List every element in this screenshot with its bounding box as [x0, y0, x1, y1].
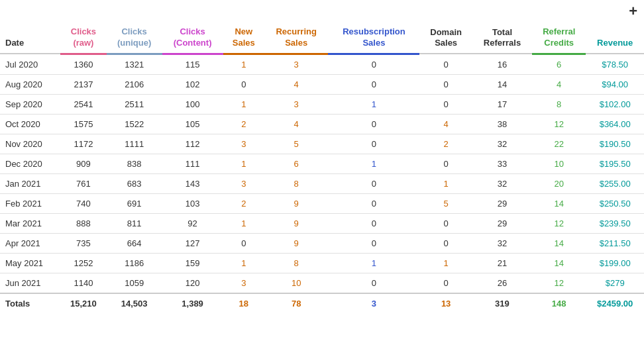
cell-revenue: $239.50 [586, 213, 644, 233]
cell-date: Sep 2020 [0, 94, 60, 114]
table-row: Oct 20201575152210524043812$364.00 [0, 114, 644, 134]
cell-new_sales: 3 [223, 134, 264, 154]
cell-revenue: $190.50 [586, 134, 644, 154]
add-button[interactable]: + [625, 3, 641, 20]
cell-clicks_content: 105 [162, 114, 223, 134]
table-row: Jan 202176168314338013220$255.00 [0, 173, 644, 193]
cell-revenue: $211.50 [586, 233, 644, 253]
cell-clicks_unique: 811 [107, 213, 162, 233]
cell-date: Aug 2020 [0, 74, 60, 94]
col-header-new-sales: New Sales [223, 23, 264, 54]
cell-recurring_sales: 5 [264, 134, 329, 154]
cell-referral_credits: 8 [532, 94, 586, 114]
cell-referral_credits: 6 [532, 54, 586, 74]
cell-referral_credits: 14 [532, 193, 586, 213]
cell-clicks_content: 159 [162, 253, 223, 273]
table-row: Apr 202173566412709003214$211.50 [0, 233, 644, 253]
cell-clicks_content: 102 [162, 74, 223, 94]
cell-referral_credits: 12 [532, 114, 586, 134]
cell-domain_sales: 0 [419, 154, 472, 173]
table-row: Feb 202174069110329052914$250.50 [0, 193, 644, 213]
cell-resubscription_sales: 0 [328, 134, 419, 154]
cell-clicks_content: 120 [162, 273, 223, 293]
cell-total_referrals: 14 [472, 74, 532, 94]
col-header-clicks-content: Clicks (Content) [162, 23, 223, 54]
totals-cell-resubscription_sales: 3 [328, 293, 419, 313]
cell-total_referrals: 38 [472, 114, 532, 134]
table-body: Jul 2020136013211151300166$78.50Aug 2020… [0, 54, 644, 313]
cell-resubscription_sales: 0 [328, 273, 419, 293]
cell-total_referrals: 32 [472, 134, 532, 154]
cell-revenue: $364.00 [586, 114, 644, 134]
cell-new_sales: 0 [223, 233, 264, 253]
cell-new_sales: 0 [223, 74, 264, 94]
totals-cell-domain_sales: 13 [419, 293, 472, 313]
cell-clicks_unique: 1522 [107, 114, 162, 134]
cell-domain_sales: 1 [419, 173, 472, 193]
cell-clicks_content: 112 [162, 134, 223, 154]
cell-clicks_raw: 1140 [60, 273, 107, 293]
cell-total_referrals: 33 [472, 154, 532, 173]
cell-revenue: $199.00 [586, 253, 644, 273]
cell-clicks_unique: 1111 [107, 134, 162, 154]
cell-clicks_content: 111 [162, 154, 223, 173]
cell-new_sales: 1 [223, 154, 264, 173]
cell-clicks_raw: 761 [60, 173, 107, 193]
cell-date: Jul 2020 [0, 54, 60, 74]
cell-new_sales: 2 [223, 193, 264, 213]
cell-recurring_sales: 4 [264, 114, 329, 134]
cell-recurring_sales: 9 [264, 213, 329, 233]
cell-total_referrals: 17 [472, 94, 532, 114]
cell-referral_credits: 14 [532, 253, 586, 273]
cell-clicks_content: 115 [162, 54, 223, 74]
cell-clicks_raw: 1360 [60, 54, 107, 74]
cell-revenue: $255.00 [586, 173, 644, 193]
cell-resubscription_sales: 0 [328, 74, 419, 94]
cell-resubscription_sales: 1 [328, 94, 419, 114]
cell-resubscription_sales: 0 [328, 233, 419, 253]
cell-clicks_unique: 2106 [107, 74, 162, 94]
col-header-resubscription: Resubscription Sales [328, 23, 419, 54]
totals-cell-new_sales: 18 [223, 293, 264, 313]
cell-date: Dec 2020 [0, 154, 60, 173]
cell-recurring_sales: 6 [264, 154, 329, 173]
col-header-clicks-raw: Clicks (raw) [60, 23, 107, 54]
cell-resubscription_sales: 0 [328, 54, 419, 74]
cell-total_referrals: 21 [472, 253, 532, 273]
cell-domain_sales: 2 [419, 134, 472, 154]
cell-revenue: $94.00 [586, 74, 644, 94]
cell-total_referrals: 16 [472, 54, 532, 74]
cell-new_sales: 1 [223, 253, 264, 273]
cell-domain_sales: 4 [419, 114, 472, 134]
col-header-date: Date [0, 23, 60, 54]
cell-total_referrals: 29 [472, 213, 532, 233]
cell-recurring_sales: 9 [264, 233, 329, 253]
totals-cell-revenue: $2459.00 [586, 293, 644, 313]
cell-total_referrals: 32 [472, 233, 532, 253]
cell-clicks_raw: 2541 [60, 94, 107, 114]
stats-table: Date Clicks (raw) Clicks (unique) Clicks… [0, 23, 644, 313]
cell-recurring_sales: 3 [264, 54, 329, 74]
cell-domain_sales: 0 [419, 74, 472, 94]
totals-cell-total_referrals: 319 [472, 293, 532, 313]
cell-revenue: $102.00 [586, 94, 644, 114]
col-header-recurring-sales: Recurring Sales [264, 23, 329, 54]
table-row: Sep 2020254125111001310178$102.00 [0, 94, 644, 114]
cell-new_sales: 1 [223, 213, 264, 233]
cell-clicks_unique: 683 [107, 173, 162, 193]
cell-clicks_unique: 1186 [107, 253, 162, 273]
cell-clicks_content: 92 [162, 213, 223, 233]
table-row: Aug 2020213721061020400144$94.00 [0, 74, 644, 94]
table-row: Jul 2020136013211151300166$78.50 [0, 54, 644, 74]
cell-domain_sales: 0 [419, 54, 472, 74]
totals-row: Totals15,21014,5031,3891878313319148$245… [0, 293, 644, 313]
col-header-domain-sales: Domain Sales [419, 23, 472, 54]
cell-date: Nov 2020 [0, 134, 60, 154]
cell-new_sales: 3 [223, 273, 264, 293]
cell-clicks_unique: 2511 [107, 94, 162, 114]
cell-clicks_raw: 1252 [60, 253, 107, 273]
table-header-row: Date Clicks (raw) Clicks (unique) Clicks… [0, 23, 644, 54]
cell-date: May 2021 [0, 253, 60, 273]
cell-clicks_unique: 1321 [107, 54, 162, 74]
cell-clicks_unique: 838 [107, 154, 162, 173]
